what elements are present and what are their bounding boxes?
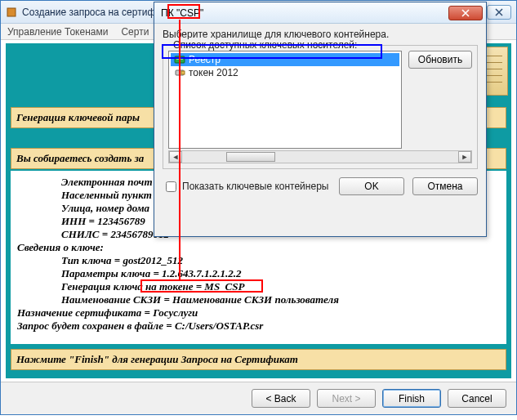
wizard-footer: < Back Next > Finish Cancel [1,382,516,414]
menu-tokens[interactable]: Управление Токенами [7,26,108,38]
token-icon [174,67,185,78]
carriers-legend: Список доступных ключевых носителей: [170,39,360,51]
scroll-thumb[interactable] [226,152,275,162]
menu-certs[interactable]: Серти [121,26,149,38]
dialog-titlebar[interactable]: ПК "CSP" [154,2,486,24]
app-icon [6,7,17,18]
scroll-left-button[interactable]: ◄ [169,151,182,163]
svg-rect-0 [7,8,16,16]
svg-rect-2 [176,58,183,60]
dialog-close-button[interactable] [448,6,483,20]
detail-key-heading: Сведения о ключе: [17,241,500,254]
refresh-button[interactable]: Обновить [408,51,472,69]
back-button[interactable]: < Back [252,389,310,408]
section-finish-hint: Нажмите "Finish" для генерации Запроса н… [11,349,506,370]
carriers-hscrollbar[interactable]: ◄ ► [168,150,472,163]
svg-rect-4 [181,71,185,74]
next-button: Next > [317,389,376,408]
finish-button[interactable]: Finish [382,389,441,408]
show-containers-label: Показать ключевые контейнеры [182,181,328,192]
detail-skzi-name: Наименование СКЗИ = Наименование СКЗИ по… [17,293,500,306]
dialog-cancel-button[interactable]: Отмена [412,177,478,195]
dialog-ok-button[interactable]: OK [339,177,404,195]
main-close-button[interactable] [487,5,511,20]
detail-key-on-token: Генерация ключа на токене = MS_CSP [17,280,500,293]
carrier-item-registry[interactable]: Реестр [171,53,399,66]
show-containers-checkbox[interactable]: Показать ключевые контейнеры [163,179,331,194]
carrier-item-label: Реестр [189,54,221,65]
carriers-fieldset: Список доступных ключевых носителей: Рее… [163,45,478,169]
carrier-item-token2012[interactable]: токен 2012 [171,66,399,79]
registry-icon [174,54,185,65]
show-containers-input[interactable] [166,181,176,192]
csp-dialog: ПК "CSP" Выберите хранилище для ключевог… [154,2,487,237]
carrier-item-label: токен 2012 [189,67,238,78]
cancel-button[interactable]: Cancel [448,389,506,408]
svg-rect-1 [175,56,185,63]
dialog-title: ПК "CSP" [161,7,448,19]
detail-key-params: Параметры ключа = 1.2.643.7.1.2.1.2.2 [17,267,500,280]
dialog-body: Выберите хранилище для ключевого контейн… [154,24,486,200]
scroll-right-button[interactable]: ► [458,151,471,163]
detail-key-type: Тип ключа = gost2012_512 [17,254,500,267]
detail-save-path: Запрос будет сохранен в файле = C:/Users… [17,319,500,333]
dialog-prompt: Выберите хранилище для ключевого контейн… [163,29,478,40]
carriers-list[interactable]: Реестр токен 2012 [168,51,402,149]
detail-purpose: Назначение сертификата = Госуслуги [17,306,500,319]
